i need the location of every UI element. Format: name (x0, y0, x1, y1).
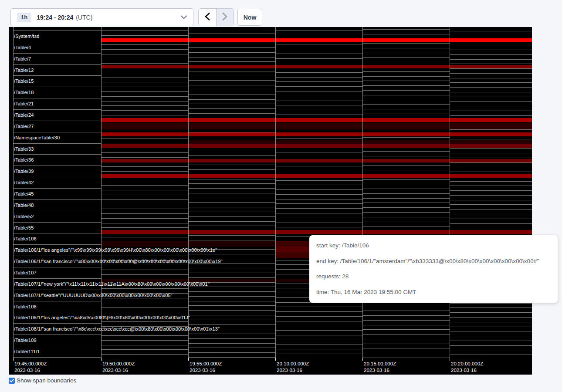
span-boundary-line (13, 290, 101, 290)
span-boundary-line (188, 310, 275, 311)
span-boundary-line (275, 311, 362, 312)
span-boundary-line (188, 348, 275, 348)
span-boundary-line (275, 213, 362, 213)
span-boundary-line (450, 50, 532, 50)
span-boundary-line (450, 331, 532, 331)
span-boundary-line (13, 312, 101, 312)
span-boundary-line (275, 86, 362, 87)
x-axis-tick: 19:45:00.000Z2023-03-16 (14, 361, 47, 374)
chevron-left-icon (205, 13, 210, 22)
row-key-label: /Table/15 (14, 78, 34, 84)
axis-tick-mark (450, 358, 450, 361)
chevron-right-icon (222, 13, 227, 22)
span-boundary-line (450, 148, 532, 149)
row-key-label: /Table/33 (14, 146, 34, 152)
span-boundary-line (362, 334, 450, 335)
span-boundary-line (101, 35, 188, 36)
span-boundary-line (362, 217, 450, 217)
span-boundary-line (275, 58, 362, 59)
span-boundary-line (362, 85, 450, 86)
tooltip-end-key: end key: /Table/106/1/"amsterdam"/"\xb33… (316, 257, 551, 265)
span-boundary-line (101, 44, 188, 45)
time-gridline (275, 27, 276, 358)
span-boundary-line (188, 80, 275, 81)
span-boundary-line (188, 254, 275, 254)
span-boundary-line (275, 81, 362, 82)
time-gridline (362, 27, 363, 358)
span-boundary-line (188, 151, 275, 151)
span-boundary-line (188, 343, 275, 344)
span-boundary-line (188, 216, 275, 217)
time-gridline (13, 27, 14, 358)
span-boundary-line (101, 49, 188, 50)
span-boundary-line (450, 308, 532, 308)
span-boundary-line (188, 277, 275, 278)
span-boundary-line (13, 42, 101, 42)
span-boundary-line (101, 199, 188, 200)
span-boundary-line (188, 85, 275, 85)
heat-band (188, 140, 532, 144)
now-button[interactable]: Now (237, 9, 262, 26)
row-key-label: /Table/111/1 (14, 349, 40, 354)
span-boundary-line (13, 301, 101, 301)
span-boundary-line (362, 29, 450, 30)
prev-time-button[interactable] (199, 9, 216, 26)
span-boundary-line (362, 198, 450, 199)
span-boundary-line (275, 326, 362, 326)
span-boundary-line (101, 115, 188, 115)
span-boundary-line (188, 29, 275, 29)
span-boundary-line (362, 339, 450, 339)
span-boundary-line (101, 181, 188, 181)
span-boundary-line (101, 256, 188, 256)
span-boundary-line (450, 336, 532, 336)
span-boundary-line (101, 335, 188, 336)
span-boundary-line (188, 207, 275, 207)
row-key-label: /Table/21 (14, 101, 34, 106)
span-boundary-line (275, 54, 362, 54)
span-boundary-line (101, 270, 188, 270)
span-boundary-line (101, 91, 188, 92)
span-boundary-line (450, 153, 532, 153)
span-boundary-line (450, 115, 532, 116)
axis-tick-mark (362, 358, 363, 361)
span-boundary-line (13, 335, 101, 335)
span-boundary-line (275, 335, 362, 335)
span-boundary-line (450, 303, 532, 304)
span-boundary-line (101, 303, 188, 303)
heatmap-canvas[interactable]: /System/tsd/Table/4/Table/7/Table/12/Tab… (9, 27, 532, 375)
span-boundary-line (450, 111, 532, 111)
span-boundary-line (450, 355, 532, 355)
span-boundaries-checkbox[interactable] (9, 378, 15, 384)
span-boundary-line (362, 170, 450, 170)
span-boundary-line (450, 186, 532, 186)
span-boundary-line (101, 87, 188, 87)
span-boundary-line (13, 177, 101, 177)
axis-tick-mark (13, 358, 14, 361)
span-boundary-line (13, 132, 101, 132)
next-time-button[interactable] (216, 9, 234, 26)
span-boundary-line (101, 73, 188, 73)
time-range-label: 19:24 - 20:24 (37, 14, 73, 21)
time-range-select[interactable]: 1h 19:24 - 20:24 (UTC) (10, 8, 193, 26)
key-visualizer-page: 1h 19:24 - 20:24 (UTC) Now /System/tsd/T… (0, 0, 562, 392)
time-gridline (101, 27, 102, 358)
span-boundary-line (188, 352, 275, 353)
span-boundary-line (13, 199, 101, 200)
span-boundary-line (101, 349, 188, 350)
span-boundary-line (362, 137, 450, 138)
span-boundary-line (362, 165, 450, 166)
row-key-label: /Table/39 (14, 169, 34, 174)
span-boundary-line (275, 349, 362, 349)
time-range-timezone: (UTC) (76, 14, 92, 21)
span-boundaries-toggle[interactable]: Show span boundaries (9, 377, 76, 384)
time-gridline (188, 27, 189, 358)
span-boundary-line (188, 179, 275, 179)
span-boundary-line (188, 198, 275, 198)
span-boundary-line (188, 268, 275, 268)
span-boundary-line (101, 195, 188, 195)
span-boundary-line (450, 45, 532, 45)
span-boundary-line (188, 334, 275, 334)
span-boundary-line (275, 180, 362, 181)
span-boundary-line (275, 199, 362, 199)
span-boundary-line (450, 36, 532, 36)
